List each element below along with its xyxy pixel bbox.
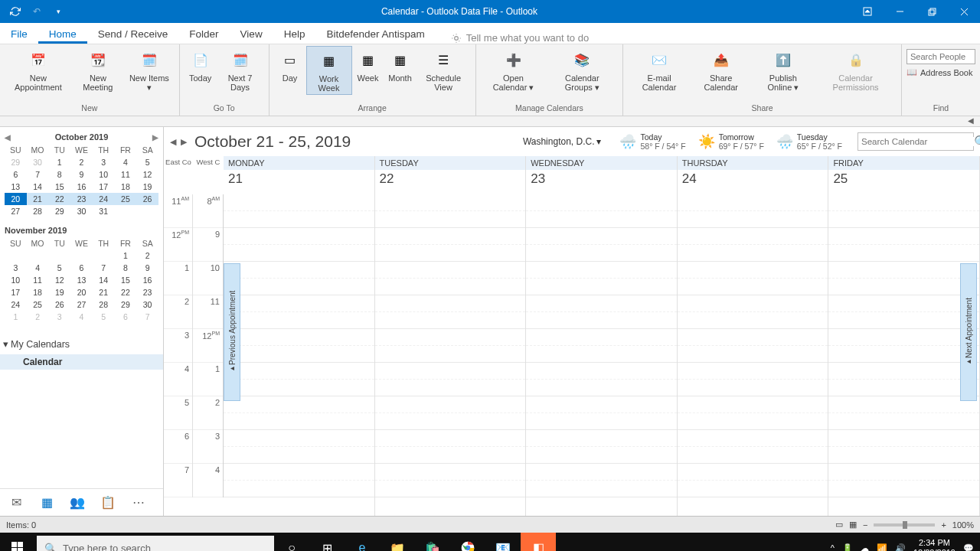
tell-me-search[interactable]: Tell me what you want to do (451, 32, 589, 44)
edge-icon[interactable]: e (345, 533, 380, 551)
mini-cal-day[interactable]: 5 (93, 311, 115, 323)
today-button[interactable]: 📄Today (185, 46, 217, 84)
tab-help[interactable]: Help (273, 24, 316, 44)
mini-cal-day[interactable]: 21 (27, 193, 49, 205)
tray-chevron-icon[interactable]: ^ (831, 543, 835, 551)
minimize-button[interactable] (884, 0, 916, 23)
explorer-icon[interactable]: 📁 (380, 533, 415, 551)
mini-cal-day[interactable]: 29 (48, 205, 70, 217)
month-view-button[interactable]: ▦Month (384, 46, 416, 84)
undo-icon[interactable]: ↶ (28, 2, 46, 21)
mini-cal-day[interactable]: 28 (93, 298, 115, 311)
search-people-input[interactable] (906, 49, 975, 64)
snagit-icon[interactable]: ◧ (521, 533, 556, 551)
weather-item[interactable]: ☀️Tomorrow69° F / 57° F (698, 132, 764, 151)
mini-cal-day[interactable]: 11 (115, 168, 137, 181)
address-book-button[interactable]: 📖 Address Book (906, 67, 972, 77)
mini-cal-day[interactable]: 13 (5, 181, 27, 193)
mini-cal-day[interactable]: 16 (70, 181, 93, 193)
calendar-item[interactable]: Calendar (0, 354, 163, 370)
mini-cal-day[interactable]: 16 (136, 274, 158, 286)
tab-home[interactable]: Home (38, 24, 87, 44)
ribbon-display-icon[interactable] (851, 0, 884, 23)
mini-cal-day[interactable]: 8 (48, 168, 70, 181)
search-icon[interactable]: 🔍 (974, 135, 980, 149)
mini-cal-day[interactable]: 25 (115, 193, 137, 205)
work-week-view-button[interactable]: ▦Work Week (306, 46, 352, 95)
mini-cal-day[interactable]: 15 (48, 181, 70, 193)
next-appointment-button[interactable]: ▸ Next Appointment (960, 263, 977, 401)
people-nav-icon[interactable]: 👥 (69, 494, 86, 511)
outlook-taskbar-icon[interactable]: 📧 (485, 533, 521, 551)
mini-cal-day[interactable]: 17 (93, 181, 115, 193)
mini-cal-day[interactable]: 18 (115, 181, 137, 193)
mini-cal-day[interactable]: 22 (115, 286, 137, 298)
mini-cal-day[interactable]: 30 (70, 205, 93, 217)
taskbar-clock[interactable]: 2:34 PM10/20/2019 (913, 538, 956, 551)
publish-online-button[interactable]: ⬆️Publish Online ▾ (752, 46, 815, 93)
day-number[interactable]: 25 (828, 170, 979, 188)
prev-month-button[interactable]: ◀ (5, 133, 11, 142)
day-view-button[interactable]: ▭Day (274, 46, 306, 84)
mini-cal-day[interactable]: 2 (136, 249, 158, 262)
mini-cal-day[interactable]: 29 (115, 298, 137, 311)
mini-cal-day[interactable]: 24 (93, 193, 115, 205)
mini-cal-day[interactable]: 4 (27, 262, 49, 274)
zoom-out-button[interactable]: − (863, 520, 867, 530)
mini-cal-day[interactable]: 26 (136, 193, 158, 205)
mini-cal-day[interactable]: 7 (27, 168, 49, 181)
mini-cal-day[interactable]: 3 (93, 156, 115, 168)
mini-cal-day[interactable]: 21 (93, 286, 115, 298)
mini-cal-day[interactable]: 31 (93, 205, 115, 217)
mini-cal-day[interactable] (5, 249, 27, 262)
schedule-view-button[interactable]: ☰Schedule View (416, 46, 471, 93)
mini-cal-day[interactable]: 4 (115, 156, 137, 168)
mini-cal-day[interactable]: 10 (5, 274, 27, 286)
collapse-nav-icon[interactable]: ◀ (0, 116, 980, 127)
mini-cal-day[interactable]: 23 (70, 193, 93, 205)
chrome-icon[interactable] (450, 533, 485, 551)
mini-cal-day[interactable]: 5 (48, 262, 70, 274)
next-range-button[interactable]: ▶ (181, 137, 187, 147)
mini-cal-day[interactable]: 3 (48, 311, 70, 323)
view-reading-icon[interactable]: ▦ (849, 520, 857, 530)
zoom-slider[interactable] (874, 523, 935, 527)
onedrive-icon[interactable]: ☁ (861, 543, 869, 552)
refresh-icon[interactable] (6, 2, 24, 21)
wifi-icon[interactable]: 📶 (877, 543, 887, 552)
next-month-button[interactable]: ▶ (152, 133, 158, 142)
tab-view[interactable]: View (230, 24, 273, 44)
qat-customize-icon[interactable]: ▾ (49, 2, 67, 21)
mini-cal-day[interactable]: 13 (70, 274, 93, 286)
mini-cal-day[interactable]: 27 (70, 298, 93, 311)
start-button[interactable] (0, 533, 35, 551)
calendar-groups-button[interactable]: 📚Calendar Groups ▾ (546, 46, 618, 93)
new-items-button[interactable]: 🗓️New Items ▾ (124, 46, 175, 93)
store-icon[interactable]: 🛍️ (415, 533, 450, 551)
mini-cal-day[interactable]: 28 (27, 205, 49, 217)
notifications-icon[interactable]: 💬 (963, 543, 974, 552)
mail-nav-icon[interactable]: ✉ (8, 494, 24, 511)
mini-cal-day[interactable]: 24 (5, 298, 27, 311)
battery-icon[interactable]: 🔋 (842, 543, 853, 552)
day-number[interactable]: 21 (224, 170, 374, 188)
tab-send-receive[interactable]: Send / Receive (87, 24, 179, 44)
mini-cal-day[interactable]: 14 (93, 274, 115, 286)
mini-cal-day[interactable] (27, 249, 49, 262)
cortana-icon[interactable]: ○ (274, 533, 309, 551)
open-calendar-button[interactable]: ➕Open Calendar ▾ (481, 46, 547, 93)
mini-cal-day[interactable]: 15 (115, 274, 137, 286)
day-column[interactable] (828, 194, 980, 516)
tasks-nav-icon[interactable]: 📋 (100, 494, 116, 511)
mini-cal-day[interactable] (70, 249, 93, 262)
search-calendar-input[interactable] (861, 137, 974, 146)
mini-cal-day[interactable]: 6 (5, 168, 27, 181)
taskbar-search[interactable]: 🔍 Type here to search (37, 536, 274, 551)
mini-cal-day[interactable]: 20 (70, 286, 93, 298)
mini-cal-day[interactable]: 7 (136, 311, 158, 323)
mini-cal-day[interactable]: 30 (27, 156, 49, 168)
mini-cal-day[interactable]: 6 (70, 262, 93, 274)
mini-cal-day[interactable]: 12 (136, 168, 158, 181)
mini-cal-day[interactable]: 1 (115, 249, 137, 262)
mini-cal-day[interactable]: 18 (27, 286, 49, 298)
